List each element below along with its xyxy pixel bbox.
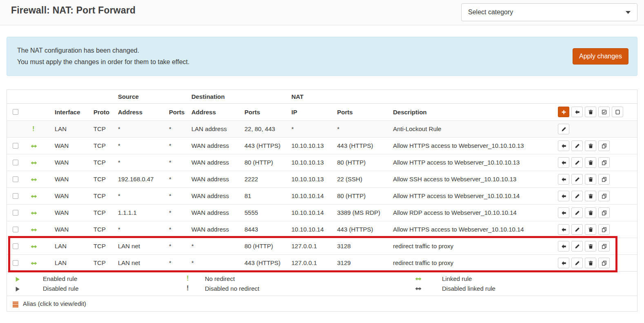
arrow-left-icon — [561, 209, 566, 216]
row-checkbox[interactable] — [13, 176, 18, 182]
edit-rule-button[interactable] — [558, 124, 569, 134]
copy-rule-button[interactable] — [598, 241, 610, 252]
cell-nat-ip: 10.10.10.13 — [288, 171, 334, 187]
arrow-left-icon — [561, 226, 566, 232]
edit-rule-button[interactable] — [571, 140, 583, 151]
copy-icon — [602, 159, 607, 165]
row-checkbox[interactable] — [13, 227, 18, 232]
move-rule-button[interactable] — [558, 140, 569, 151]
copy-rule-button[interactable] — [598, 157, 610, 168]
pencil-icon — [575, 176, 580, 182]
move-rule-button[interactable] — [558, 157, 569, 168]
delete-rule-button[interactable] — [585, 191, 596, 201]
cell-nat-ip: 127.0.0.1 — [288, 238, 334, 254]
edit-rule-button[interactable] — [571, 157, 583, 168]
delete-rule-button[interactable] — [585, 241, 596, 252]
cell-proto: TCP — [90, 171, 115, 187]
cell-src-ports: * — [166, 137, 188, 154]
linked-rule-icon — [31, 192, 37, 199]
copy-rule-button[interactable] — [598, 224, 610, 235]
edit-rule-button[interactable] — [571, 258, 583, 268]
apply-changes-banner: The NAT configuration has been changed. … — [7, 37, 637, 76]
trash-icon — [588, 193, 593, 199]
col-src-address: Address — [115, 103, 166, 120]
copy-rule-button[interactable] — [598, 258, 610, 268]
edit-rule-button[interactable] — [571, 174, 583, 185]
pencil-icon — [575, 159, 580, 165]
cell-interface: WAN — [51, 187, 90, 204]
edit-rule-button[interactable] — [571, 224, 583, 235]
arrow-left-icon — [561, 143, 566, 149]
top-bar: Firewall: NAT: Port Forward Select categ… — [0, 0, 644, 25]
copy-rule-button[interactable] — [598, 140, 610, 151]
trash-icon — [588, 109, 593, 115]
cell-dst-address: WAN address — [188, 154, 241, 171]
copy-icon — [602, 143, 607, 149]
cell-src-ports: * — [166, 254, 188, 271]
category-select[interactable]: Select category — [461, 3, 637, 21]
legend-label: Linked rule — [441, 274, 637, 283]
delete-rule-button[interactable] — [585, 174, 596, 185]
cell-dst-ports: 443 (HTTPS) — [241, 137, 288, 154]
row-checkbox[interactable] — [13, 243, 18, 249]
row-checkbox[interactable] — [13, 210, 18, 216]
move-rule-button[interactable] — [558, 241, 569, 252]
nat-rule-row: WANTCP**WAN address844310.10.10.14443 (H… — [7, 221, 637, 238]
cell-src-ports: * — [166, 204, 188, 221]
move-selected-button[interactable] — [571, 107, 583, 117]
cell-nat-ports: 3128 — [334, 238, 390, 254]
delete-rule-button[interactable] — [585, 258, 596, 268]
cell-nat-ports: * — [334, 120, 390, 137]
double-arrow-icon — [415, 285, 422, 292]
row-checkbox[interactable] — [13, 160, 18, 165]
edit-rule-button[interactable] — [571, 191, 583, 201]
cell-dst-address: LAN address — [188, 120, 241, 137]
cell-nat-ip: 10.10.10.14 — [288, 187, 334, 204]
cell-proto: TCP — [90, 238, 115, 254]
copy-rule-button[interactable] — [598, 191, 610, 201]
edit-rule-button[interactable] — [571, 207, 583, 218]
select-all-button[interactable] — [612, 107, 623, 117]
delete-rule-button[interactable] — [585, 140, 596, 151]
move-rule-button[interactable] — [558, 224, 569, 235]
col-nat-ports: Ports — [334, 103, 390, 120]
legend-label: No redirect — [204, 274, 407, 283]
nat-rule-row: LANTCPLAN net**443 (HTTPS)127.0.0.13129r… — [7, 254, 637, 271]
cell-interface: LAN — [51, 254, 90, 271]
trash-icon — [588, 209, 593, 216]
add-rule-button[interactable] — [558, 107, 569, 117]
move-rule-button[interactable] — [558, 207, 569, 218]
edit-rule-button[interactable] — [571, 241, 583, 252]
delete-rule-button[interactable] — [585, 157, 596, 168]
plus-icon — [561, 109, 566, 115]
cell-nat-ports: 443 (HTTPS) — [334, 221, 390, 238]
col-interface: Interface — [51, 103, 90, 120]
row-checkbox[interactable] — [13, 260, 18, 266]
delete-rule-button[interactable] — [585, 224, 596, 235]
category-select-value: Select category — [468, 9, 626, 16]
cell-dst-address: * — [188, 254, 241, 271]
check-square-icon — [602, 109, 607, 115]
copy-icon — [602, 193, 607, 199]
row-checkbox[interactable] — [13, 143, 18, 149]
apply-changes-button[interactable]: Apply changes — [573, 48, 628, 65]
copy-icon — [602, 243, 607, 249]
toggle-selected-button[interactable] — [598, 107, 610, 117]
col-proto: Proto — [90, 103, 115, 120]
move-rule-button[interactable] — [558, 258, 569, 268]
cell-proto: TCP — [90, 221, 115, 238]
column-header-row: Interface Proto Address Ports Address Po… — [7, 103, 637, 120]
delete-rule-button[interactable] — [585, 207, 596, 218]
copy-rule-button[interactable] — [598, 207, 610, 218]
cell-dst-ports: 8443 — [241, 221, 288, 238]
copy-icon — [602, 176, 607, 182]
square-icon — [615, 109, 620, 115]
copy-rule-button[interactable] — [598, 174, 610, 185]
copy-icon — [602, 226, 607, 232]
group-header-source: Source — [115, 90, 166, 103]
row-checkbox[interactable] — [13, 193, 18, 199]
move-rule-button[interactable] — [558, 191, 569, 201]
delete-selected-button[interactable] — [585, 107, 596, 117]
move-rule-button[interactable] — [558, 174, 569, 185]
select-all-checkbox[interactable] — [13, 109, 18, 115]
